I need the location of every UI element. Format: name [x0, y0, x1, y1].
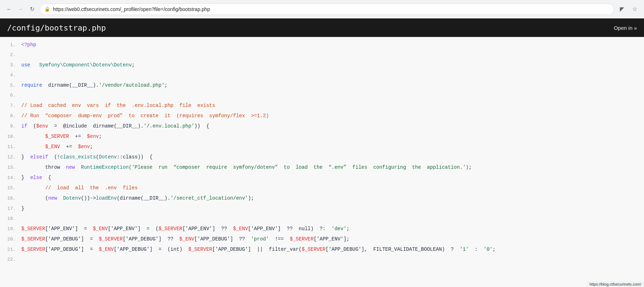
code-token: ::class)) { [117, 154, 153, 160]
browser-actions: ◤ ☆ [617, 4, 640, 14]
line-number: 16. [3, 194, 16, 204]
code-token: } [21, 206, 24, 211]
code-line: 12.} elseif (!class_exists(Dotenv::class… [0, 152, 644, 162]
code-line: 21.$_SERVER['APP_DEBUG'] = $_ENV['APP_DE… [0, 244, 644, 255]
bookmark-button[interactable]: ☆ [630, 4, 640, 14]
code-token: Dotenv [99, 154, 116, 160]
code-token [21, 134, 45, 139]
code-token [75, 164, 81, 170]
line-number: 9. [3, 121, 16, 131]
code-token: += [60, 144, 78, 150]
code-token: '/.env.local.php' [143, 123, 194, 129]
code-token: (dirname(__DIR__). [117, 195, 170, 201]
code-token: ['APP_ENV'] = ( [108, 226, 159, 232]
code-container: 1.<?php2.3.use Symfony\Component\Dotenv\… [0, 37, 644, 267]
line-content: } else { [21, 173, 51, 183]
code-token: ('Please run “composer require symfony/d… [129, 164, 469, 170]
code-token: $_SERVER [290, 236, 313, 242]
code-line: 8.// Run “composer dump-env prod” to cre… [0, 111, 644, 121]
line-number: 5. [3, 81, 16, 91]
code-token: $env [78, 144, 90, 150]
code-token: $_SERVER [189, 247, 212, 252]
line-content: (new Dotenv())->loadEnv(dirname(__DIR__)… [21, 193, 254, 203]
code-token: dirname(__DIR__). [42, 82, 99, 88]
code-line: 19.$_SERVER['APP_ENV'] = $_ENV['APP_ENV'… [0, 224, 644, 234]
reload-button[interactable]: ↻ [27, 4, 37, 14]
code-token: (! [48, 154, 60, 160]
line-content: require dirname(__DIR__).'/vendor/autolo… [21, 80, 168, 90]
line-number: 12. [3, 152, 16, 162]
url-text: https://web0.ctfsecurinets.com/_profiler… [53, 6, 210, 12]
code-line: 17.} [0, 204, 644, 214]
file-header: /config/bootstrap.php Open in » [0, 18, 644, 37]
code-token: Dotenv [63, 195, 81, 201]
line-number: 11. [3, 142, 16, 152]
open-in-button[interactable]: Open in » [614, 25, 637, 31]
code-token: ['APP_ENV'] ?? [182, 226, 233, 232]
code-token: if [21, 123, 27, 129]
cast-button[interactable]: ◤ [617, 4, 627, 14]
code-token: ['APP_DEBUG'] ?? [194, 236, 251, 242]
code-token: ['APP_DEBUG'] ?? [123, 236, 180, 242]
code-token: ['APP_DEBUG'] = [45, 247, 99, 252]
code-token: ( [27, 123, 36, 129]
code-token: '0' [484, 247, 492, 252]
address-bar[interactable]: 🔒 https://web0.ctfsecurinets.com/_profil… [40, 4, 614, 15]
nav-buttons: ← → ↻ [4, 4, 37, 14]
code-token: else [30, 175, 42, 180]
code-token: $_ENV [179, 236, 194, 242]
back-button[interactable]: ← [4, 4, 14, 14]
code-token: ; [90, 144, 93, 150]
code-token: ['APP_ENV'] ?? null) ?: [248, 226, 332, 232]
line-content: use Symfony\Component\Dotenv\Dotenv; [21, 60, 135, 70]
code-line: 3.use Symfony\Component\Dotenv\Dotenv; [0, 60, 644, 70]
code-token: $_SERVER [99, 236, 122, 242]
line-content: <?php [21, 40, 36, 50]
line-number: 14. [3, 173, 16, 183]
code-token: ())-> [81, 195, 96, 201]
lock-icon: 🔒 [44, 6, 50, 12]
code-token: elseif [30, 154, 48, 160]
line-content: $_SERVER['APP_DEBUG'] = $_ENV['APP_DEBUG… [21, 244, 496, 254]
code-token: $_ENV [99, 247, 114, 252]
code-token: $_SERVER [158, 226, 182, 232]
line-number: 10. [3, 132, 16, 142]
code-token: = @include dirname(__DIR__). [48, 123, 144, 129]
code-token: class_exists [60, 154, 96, 160]
line-content: if ($env = @include dirname(__DIR__).'/.… [21, 121, 209, 131]
code-token: ['APP_ENV'] = [45, 226, 93, 232]
code-token: ); [248, 195, 254, 201]
code-line: 1.<?php [0, 40, 644, 50]
code-token: '/secret_ctf_location/env' [170, 195, 248, 201]
code-token [21, 185, 45, 191]
line-number: 3. [3, 60, 16, 70]
code-line: 5.require dirname(__DIR__).'/vendor/auto… [0, 80, 644, 91]
line-number: 20. [3, 234, 16, 244]
code-line: 22. [0, 255, 644, 265]
code-token: ; [164, 82, 167, 88]
code-line: 9.if ($env = @include dirname(__DIR__).'… [0, 121, 644, 131]
line-content: $_SERVER['APP_ENV'] = $_ENV['APP_ENV'] =… [21, 224, 349, 234]
code-token: $_SERVER [21, 226, 45, 232]
forward-button[interactable]: → [16, 4, 26, 14]
code-token: // Load cached env vars if the .env.loca… [21, 103, 215, 108]
line-number: 21. [3, 245, 16, 255]
code-token: )) { [194, 123, 209, 129]
code-token: RuntimeException [81, 164, 129, 170]
code-token: $env [36, 123, 48, 129]
code-token: ; [132, 62, 135, 68]
code-token: : [469, 247, 484, 252]
code-token: 'dev' [332, 226, 346, 232]
line-number: 19. [3, 224, 16, 234]
code-token: // Run “composer dump-env prod” to creat… [21, 113, 269, 119]
code-token: <?php [21, 42, 36, 48]
code-token: $_SERVER [302, 247, 326, 252]
code-line: 11. $_ENV += $env; [0, 142, 644, 152]
code-token: ; [99, 134, 102, 139]
line-number: 13. [3, 163, 16, 173]
line-content: } elseif (!class_exists(Dotenv::class)) … [21, 152, 153, 162]
code-token: !== [269, 236, 290, 242]
code-line: 14.} else { [0, 173, 644, 183]
line-number: 1. [3, 40, 16, 50]
line-number: 15. [3, 183, 16, 193]
